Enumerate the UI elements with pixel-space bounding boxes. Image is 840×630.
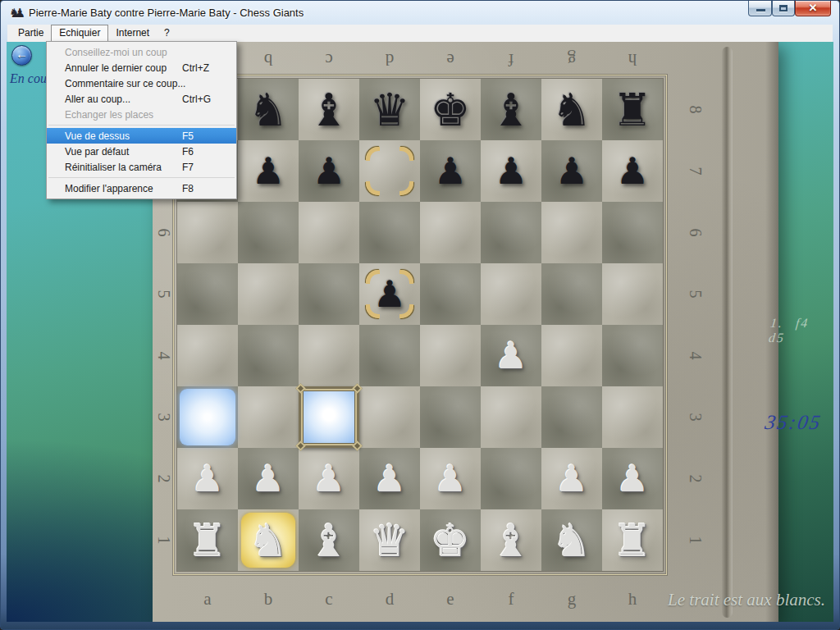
square-b4[interactable]: [238, 325, 299, 386]
menubar-item-echiquier[interactable]: Echiquier: [51, 25, 108, 42]
menu-item-label: Annuler le dernier coup: [65, 62, 182, 74]
rank-label: 6: [664, 221, 726, 245]
file-label: g: [541, 44, 602, 75]
square-a5[interactable]: [177, 263, 238, 325]
file-label: h: [602, 583, 663, 614]
square-d6[interactable]: [359, 202, 420, 263]
white-pawn-d2[interactable]: ♟: [359, 448, 420, 509]
square-a4[interactable]: [177, 325, 238, 386]
square-e4[interactable]: [420, 325, 481, 386]
square-g3[interactable]: [541, 386, 602, 448]
menubar: PartieEchiquierInternet?: [7, 25, 833, 42]
black-pawn-d5[interactable]: ♟: [359, 263, 420, 325]
white-king-e1[interactable]: ♚: [420, 509, 481, 571]
black-knight-b8[interactable]: ♞: [238, 79, 299, 140]
maximize-button[interactable]: [772, 1, 795, 16]
minimize-button[interactable]: [748, 1, 772, 16]
menu-item[interactable]: Réinitialiser la caméraF7: [47, 159, 236, 175]
menu-item[interactable]: Conseillez-moi un coup: [47, 44, 236, 60]
black-bishop-c8[interactable]: ♝: [299, 79, 359, 140]
square-g5[interactable]: [541, 263, 602, 325]
square-d3[interactable]: [359, 386, 420, 448]
menu-item[interactable]: Vue par défautF6: [47, 144, 236, 159]
menu-item-shortcut: F7: [182, 162, 225, 173]
menubar-item-[interactable]: ?: [157, 25, 177, 42]
file-label: b: [238, 44, 299, 75]
square-c5[interactable]: [299, 263, 359, 325]
white-pawn-h2[interactable]: ♟: [602, 448, 663, 509]
square-b5[interactable]: [238, 263, 299, 325]
close-button[interactable]: ✕: [795, 1, 831, 16]
close-icon: ✕: [796, 2, 830, 14]
white-queen-d1[interactable]: ♛: [359, 509, 420, 571]
menu-item[interactable]: Annuler le dernier coupCtrl+Z: [47, 60, 236, 75]
white-rook-h1[interactable]: ♜: [602, 509, 663, 571]
black-pawn-h7[interactable]: ♟: [602, 140, 663, 202]
square-e6[interactable]: [420, 202, 481, 263]
file-label: f: [481, 44, 541, 75]
white-pawn-a2[interactable]: ♟: [177, 448, 238, 509]
white-knight-g1[interactable]: ♞: [541, 509, 602, 571]
menubar-item-partie[interactable]: Partie: [11, 25, 51, 42]
black-pawn-g7[interactable]: ♟: [541, 140, 602, 202]
title-bar: ♞♟ Pierre-Marie Baty contre Pierre-Marie…: [7, 2, 833, 25]
square-b3[interactable]: [238, 386, 299, 448]
black-knight-g8[interactable]: ♞: [541, 79, 602, 140]
rank-label: 1: [664, 528, 726, 553]
menu-item-label: Conseillez-moi un coup: [65, 47, 182, 58]
white-knight-b1[interactable]: ♞: [238, 509, 299, 571]
window-title: Pierre-Marie Baty contre Pierre-Marie Ba…: [29, 7, 304, 19]
square-a6[interactable]: [177, 202, 238, 263]
black-bishop-f8[interactable]: ♝: [481, 79, 541, 140]
square-d4[interactable]: [359, 325, 420, 386]
square-h3[interactable]: [602, 386, 663, 448]
square-h4[interactable]: [602, 325, 663, 386]
square-h6[interactable]: [602, 202, 663, 263]
black-queen-d8[interactable]: ♛: [359, 79, 420, 140]
square-g4[interactable]: [541, 325, 602, 386]
menu-item[interactable]: Commentaire sur ce coup...: [47, 75, 236, 91]
menu-item-label: Commentaire sur ce coup...: [65, 78, 185, 89]
black-pawn-c7[interactable]: ♟: [299, 140, 359, 202]
black-pawn-e7[interactable]: ♟: [420, 140, 481, 202]
menu-item-label: Réinitialiser la caméra: [65, 162, 182, 173]
square-f2[interactable]: [481, 448, 541, 509]
square-h5[interactable]: [602, 263, 663, 325]
menu-item[interactable]: Vue de dessusF5: [47, 128, 236, 144]
white-pawn-b2[interactable]: ♟: [238, 448, 299, 509]
menu-item[interactable]: Echanger les places: [47, 107, 236, 122]
white-pawn-f4[interactable]: ♟: [481, 325, 541, 386]
menu-item[interactable]: Aller au coup...Ctrl+G: [47, 91, 236, 107]
white-pawn-c2[interactable]: ♟: [299, 448, 359, 509]
white-pawn-g2[interactable]: ♟: [541, 448, 602, 509]
menu-separator: [48, 177, 235, 178]
square-e3[interactable]: [420, 386, 481, 448]
square-c4[interactable]: [299, 325, 359, 386]
square-e5[interactable]: [420, 263, 481, 325]
file-label: d: [359, 44, 420, 75]
file-label: e: [420, 583, 481, 614]
menu-item-shortcut: F8: [182, 183, 225, 194]
clock: 35:05: [764, 411, 824, 434]
square-f6[interactable]: [481, 202, 541, 263]
black-pawn-f7[interactable]: ♟: [481, 140, 541, 202]
square-c6[interactable]: [299, 202, 359, 263]
white-pawn-e2[interactable]: ♟: [420, 448, 481, 509]
square-f3[interactable]: [481, 386, 541, 448]
app-window: ♞♟ Pierre-Marie Baty contre Pierre-Marie…: [0, 0, 840, 630]
black-pawn-b7[interactable]: ♟: [238, 140, 299, 202]
back-button[interactable]: ←: [11, 45, 32, 66]
menu-item[interactable]: Modifier l'apparenceF8: [47, 180, 236, 196]
menu-separator: [48, 125, 235, 126]
white-bishop-c1[interactable]: ♝: [299, 509, 359, 571]
legal-move-highlight: [177, 386, 238, 448]
menubar-item-internet[interactable]: Internet: [108, 25, 157, 42]
black-rook-h8[interactable]: ♜: [602, 79, 663, 140]
square-f5[interactable]: [481, 263, 541, 325]
white-rook-a1[interactable]: ♜: [177, 509, 238, 571]
square-b6[interactable]: [238, 202, 299, 263]
menu-item-label: Echanger les places: [65, 109, 182, 121]
white-bishop-f1[interactable]: ♝: [481, 509, 541, 571]
square-g6[interactable]: [541, 202, 602, 263]
black-king-e8[interactable]: ♚: [420, 79, 481, 140]
